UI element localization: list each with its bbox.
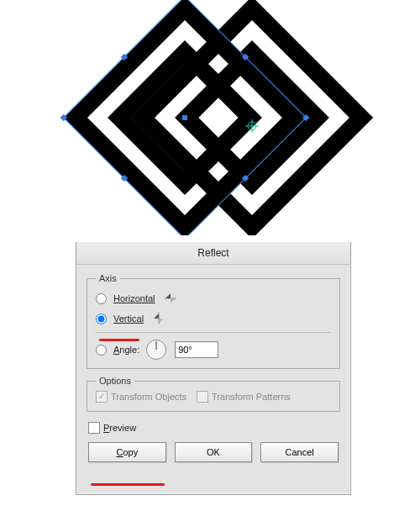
- cancel-button[interactable]: Cancel: [260, 442, 339, 462]
- copy-button[interactable]: Copy: [88, 442, 166, 462]
- axis-group: Axis Horizontal Vertical Angle:: [87, 273, 340, 369]
- axis-vertical-radio[interactable]: [96, 313, 107, 324]
- preview-checkbox[interactable]: [88, 422, 100, 434]
- axis-legend: Axis: [96, 273, 120, 283]
- reflect-dialog: Reflect Axis Horizontal Vertical: [76, 242, 351, 495]
- dialog-title: Reflect: [76, 242, 350, 265]
- transform-objects-label: Transform Objects: [111, 392, 186, 402]
- svg-marker-17: [171, 298, 176, 303]
- selection-center: [182, 115, 187, 120]
- reflect-vertical-icon: [152, 312, 165, 325]
- annotation-vertical-underline: [99, 339, 139, 341]
- options-group: Options ✓ Transform Objects Transform Pa…: [87, 376, 340, 412]
- svg-marker-19: [154, 313, 159, 319]
- axis-horizontal-label[interactable]: Horizontal: [113, 293, 155, 303]
- transform-patterns-label: Transform Patterns: [212, 392, 291, 402]
- transform-patterns-checkbox: [197, 391, 208, 403]
- svg-marker-16: [165, 293, 171, 298]
- artwork: [0, 0, 420, 235]
- canvas-area[interactable]: [0, 0, 420, 235]
- options-legend: Options: [96, 376, 134, 386]
- angle-input[interactable]: [175, 341, 218, 358]
- transform-objects-checkbox: ✓: [96, 391, 108, 403]
- axis-angle-radio[interactable]: [96, 345, 107, 356]
- ok-button[interactable]: OK: [175, 442, 253, 462]
- svg-marker-20: [159, 319, 164, 324]
- axis-angle-label[interactable]: Angle:: [113, 345, 139, 355]
- reflect-horizontal-icon: [164, 292, 177, 305]
- angle-dial[interactable]: [146, 340, 166, 360]
- preview-label[interactable]: Preview: [103, 423, 136, 433]
- annotation-copy-underline: [91, 483, 165, 486]
- axis-vertical-label[interactable]: Vertical: [113, 313, 144, 324]
- axis-horizontal-radio[interactable]: [96, 293, 107, 304]
